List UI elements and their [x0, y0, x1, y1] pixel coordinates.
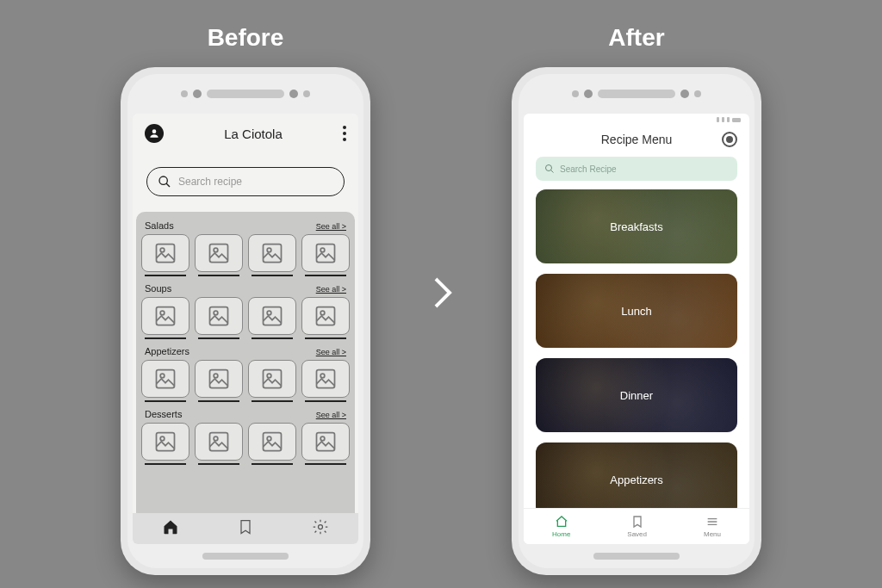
- category-card-breakfasts[interactable]: Breakfasts: [536, 189, 737, 263]
- svg-line-2: [166, 183, 170, 187]
- before-bottom-nav: [133, 513, 358, 544]
- before-screen: La Ciotola Search recipe Salads Se: [133, 114, 358, 544]
- category-label: Lunch: [621, 305, 651, 318]
- recipe-card[interactable]: [301, 297, 350, 339]
- recipe-card[interactable]: [248, 360, 296, 402]
- after-app-header: Recipe Menu: [524, 126, 749, 153]
- before-content: Salads See all > Soups: [136, 212, 355, 513]
- settings-tab[interactable]: [312, 518, 329, 539]
- after-phone-mock: Recipe Menu Search Recipe Breakfasts Lun…: [512, 67, 761, 575]
- image-placeholder-icon: [153, 241, 177, 265]
- recipe-card[interactable]: [141, 297, 189, 339]
- before-app-title: La Ciotola: [224, 127, 283, 141]
- search-input[interactable]: Search recipe: [146, 167, 345, 196]
- svg-point-44: [546, 165, 552, 171]
- svg-rect-37: [264, 433, 282, 451]
- recipe-card[interactable]: [248, 423, 296, 465]
- menu-tab[interactable]: Menu: [704, 515, 721, 538]
- svg-rect-15: [210, 307, 228, 325]
- recipe-card[interactable]: [195, 360, 243, 402]
- recipe-card[interactable]: [141, 360, 189, 402]
- phone-hardware-bottom: [127, 544, 363, 568]
- svg-point-4: [160, 248, 165, 252]
- after-screen: Recipe Menu Search Recipe Breakfasts Lun…: [524, 114, 749, 544]
- svg-point-28: [267, 374, 271, 378]
- svg-line-45: [551, 170, 554, 173]
- phone-hardware-bottom: [519, 544, 755, 568]
- home-tab[interactable]: [162, 518, 179, 539]
- svg-point-38: [267, 436, 271, 441]
- svg-rect-19: [317, 307, 335, 325]
- recipe-card[interactable]: [195, 297, 243, 339]
- home-tab[interactable]: Home: [552, 515, 570, 538]
- recipe-card[interactable]: [248, 297, 296, 339]
- profile-icon[interactable]: [145, 124, 164, 143]
- category-card-dinner[interactable]: Dinner: [536, 358, 737, 432]
- before-app-header: La Ciotola: [133, 114, 358, 148]
- section-title: Soups: [145, 283, 171, 294]
- see-all-link[interactable]: See all >: [316, 285, 346, 294]
- before-label: Before: [208, 24, 284, 52]
- after-column: After Recipe Menu Search Recipe: [512, 24, 761, 575]
- recipe-row: [141, 423, 350, 465]
- svg-point-43: [319, 525, 323, 529]
- svg-rect-25: [210, 370, 228, 388]
- recipe-row: [141, 360, 350, 402]
- section-title: Desserts: [145, 409, 182, 419]
- svg-point-8: [267, 248, 271, 252]
- see-all-link[interactable]: See all >: [316, 222, 346, 231]
- home-icon: [162, 518, 179, 535]
- svg-rect-5: [210, 244, 228, 263]
- saved-tab[interactable]: Saved: [627, 515, 647, 538]
- svg-rect-33: [157, 433, 175, 451]
- svg-rect-13: [157, 307, 175, 325]
- home-icon: [555, 515, 568, 529]
- bookmark-icon: [237, 518, 254, 535]
- profile-icon[interactable]: [722, 132, 737, 147]
- search-placeholder: Search Recipe: [560, 164, 617, 174]
- search-icon: [544, 164, 555, 174]
- recipe-card[interactable]: [301, 234, 350, 276]
- svg-rect-23: [157, 370, 175, 388]
- svg-point-6: [214, 248, 218, 252]
- svg-point-34: [160, 436, 165, 441]
- recipe-row: [141, 297, 350, 339]
- tab-label: Menu: [704, 530, 721, 538]
- svg-rect-3: [157, 244, 175, 263]
- menu-icon: [705, 515, 719, 529]
- see-all-link[interactable]: See all >: [316, 348, 346, 356]
- recipe-card[interactable]: [301, 360, 350, 402]
- svg-point-0: [152, 129, 157, 133]
- phone-hardware-top: [519, 74, 755, 114]
- search-icon: [158, 175, 171, 189]
- recipe-card[interactable]: [141, 423, 189, 465]
- recipe-card[interactable]: [301, 423, 350, 465]
- svg-rect-17: [264, 307, 282, 325]
- after-bottom-nav: Home Saved Menu: [524, 508, 749, 544]
- svg-point-30: [320, 374, 325, 378]
- svg-point-26: [214, 374, 218, 378]
- more-icon[interactable]: [343, 126, 346, 141]
- category-card-lunch[interactable]: Lunch: [536, 274, 737, 348]
- bookmark-icon: [630, 515, 644, 529]
- search-placeholder: Search recipe: [178, 176, 242, 188]
- category-label: Appetizers: [610, 473, 662, 486]
- before-phone-mock: La Ciotola Search recipe Salads Se: [121, 67, 370, 575]
- search-input[interactable]: Search Recipe: [536, 157, 737, 181]
- svg-rect-39: [317, 433, 335, 451]
- svg-rect-35: [210, 433, 228, 451]
- transition-arrow-icon: [420, 272, 462, 317]
- svg-rect-27: [264, 370, 282, 388]
- svg-point-10: [320, 248, 325, 252]
- recipe-card[interactable]: [141, 234, 189, 276]
- svg-rect-7: [264, 244, 282, 263]
- recipe-card[interactable]: [195, 423, 243, 465]
- saved-tab[interactable]: [237, 518, 254, 539]
- see-all-link[interactable]: See all >: [316, 411, 346, 419]
- recipe-card[interactable]: [195, 234, 243, 276]
- category-card-appetizers[interactable]: Appetizers: [536, 443, 737, 508]
- recipe-card[interactable]: [248, 234, 296, 276]
- svg-point-40: [320, 436, 325, 441]
- svg-point-16: [214, 311, 218, 315]
- category-label: Breakfasts: [610, 220, 662, 233]
